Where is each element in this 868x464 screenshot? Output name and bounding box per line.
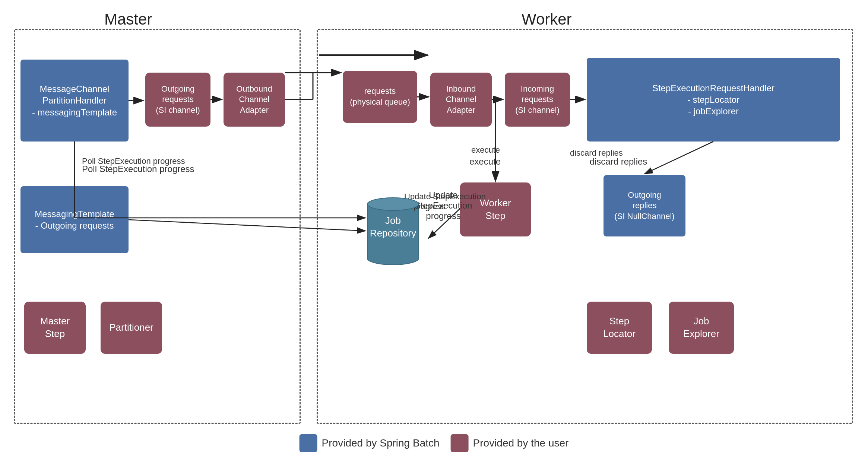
outgoing-requests: Outgoing requests (SI channel) [145,73,210,127]
step-execution-request-handler: StepExecutionRequestHandler - stepLocato… [587,58,840,142]
cylinder-top [367,197,419,211]
cylinder-bottom [367,252,419,265]
legend-spring-batch: Provided by Spring Batch [300,434,440,452]
legend-spring-batch-label: Provided by Spring Batch [322,437,440,449]
poll-step-execution-label: Poll StepExecution progress [82,164,194,174]
requests-physical-queue: requests (physical queue) [343,71,417,123]
partitioner: Partitioner [101,302,162,354]
legend: Provided by Spring Batch Provided by the… [300,434,569,452]
execute-label: execute [469,156,501,167]
master-title: Master [104,10,152,28]
message-channel-partition-handler: MessageChannel PartitionHandler - messag… [20,60,129,142]
legend-user: Provided by the user [451,434,569,452]
worker-title: Worker [522,10,572,28]
diagram-container: Master Worker MessageChannel PartitionHa… [0,0,868,464]
discard-replies-label: discard replies [570,156,667,167]
inbound-channel-adapter: Inbound Channel Adapter [430,73,492,127]
outbound-channel-adapter: Outbound Channel Adapter [224,73,285,127]
master-step: Master Step [24,302,86,354]
incoming-requests: Incoming requests (SI channel) [505,73,570,127]
job-explorer: Job Explorer [669,302,734,354]
legend-user-label: Provided by the user [473,437,569,449]
legend-swatch-blue [300,434,317,452]
messaging-template: MessagingTemplate - Outgoing requests [20,186,129,253]
outgoing-replies: Outgoing replies (SI NullChannel) [604,175,685,236]
step-locator: Step Locator [587,302,652,354]
job-repository: Job Repository [367,197,419,265]
legend-swatch-mauve [451,434,469,452]
